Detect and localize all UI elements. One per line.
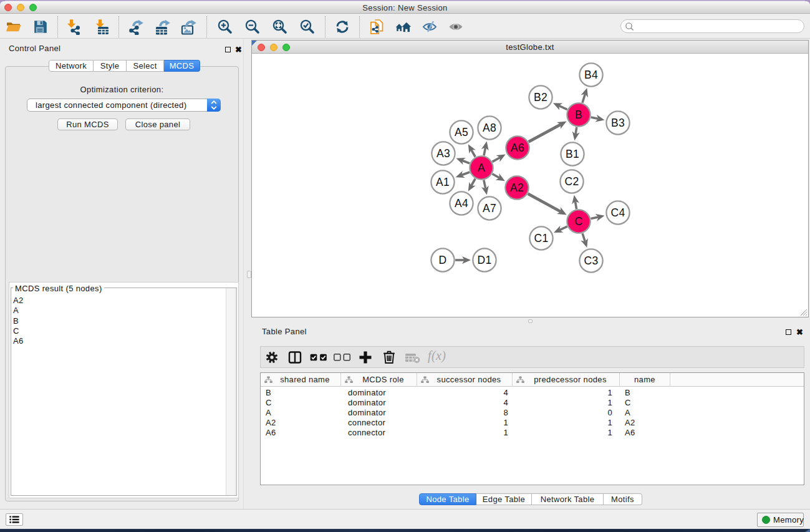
svg-text:A1: A1 (436, 176, 450, 188)
svg-text:C3: C3 (584, 254, 598, 267)
svg-text:B3: B3 (611, 117, 625, 129)
svg-text:A6: A6 (511, 142, 524, 154)
svg-text:A4: A4 (455, 197, 468, 210)
svg-text:C: C (575, 215, 583, 228)
svg-text:A3: A3 (436, 147, 450, 160)
svg-text:D: D (439, 254, 447, 266)
svg-text:D1: D1 (477, 254, 491, 266)
svg-text:C2: C2 (564, 175, 579, 188)
svg-text:B: B (575, 109, 582, 121)
svg-text:B4: B4 (584, 69, 598, 81)
svg-text:C4: C4 (610, 206, 625, 219)
svg-text:A5: A5 (455, 126, 468, 138)
svg-text:A2: A2 (510, 181, 524, 194)
svg-text:B2: B2 (534, 91, 547, 104)
svg-text:C1: C1 (534, 232, 548, 244)
svg-text:B1: B1 (566, 148, 579, 160)
svg-text:A8: A8 (483, 122, 496, 134)
svg-text:A: A (478, 162, 485, 174)
svg-text:A7: A7 (483, 202, 496, 215)
